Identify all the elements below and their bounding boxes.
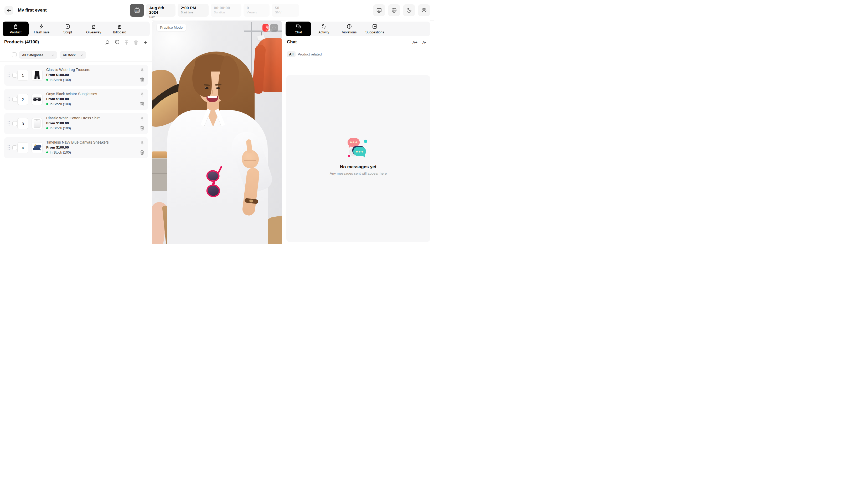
search-button[interactable] — [105, 40, 110, 45]
stat-viewers: 0 Viewers — [244, 4, 270, 17]
product-stock: In Stock (100) — [46, 78, 132, 82]
product-checkbox[interactable] — [12, 121, 17, 126]
pin-product-icon[interactable] — [139, 140, 145, 146]
product-price: From $100.00 — [46, 121, 132, 125]
stat-start-time[interactable]: 2:00 PM Start time — [178, 4, 209, 17]
live-event-badge: LIVE — [130, 4, 144, 17]
alert-circle-icon — [346, 24, 352, 29]
practice-mode-badge: Practice Mode — [157, 24, 186, 31]
script-icon: A — [65, 24, 70, 29]
product-name: Classic Wide-Leg Trousers — [46, 67, 132, 72]
power-icon — [272, 26, 276, 30]
tab-giveaway[interactable]: Giveaway — [81, 22, 107, 36]
divider — [285, 65, 430, 65]
pink-bubble-art — [347, 138, 360, 147]
drag-handle-icon[interactable] — [8, 145, 10, 150]
tab-script[interactable]: A Script — [55, 22, 81, 36]
settings-icon — [421, 7, 427, 13]
delete-product-icon[interactable] — [139, 125, 145, 131]
tab-flash-sale[interactable]: Flash sale — [29, 22, 55, 36]
product-art — [34, 119, 40, 128]
stock-dot — [46, 79, 48, 81]
product-art — [33, 97, 41, 102]
engagement-panel: Chat Activity Violations Suggestions — [285, 21, 430, 244]
divider — [0, 49, 152, 49]
product-filters: All Categories All stock — [0, 51, 152, 59]
product-checkbox[interactable] — [12, 145, 17, 150]
stream-display-icon — [376, 7, 382, 13]
host-face-art — [216, 87, 220, 89]
move-to-top-button[interactable] — [124, 40, 129, 45]
pin-product-icon[interactable] — [139, 92, 145, 98]
page-title: My first event — [18, 0, 47, 21]
undo-button[interactable] — [114, 40, 120, 45]
pin-product-icon[interactable] — [139, 68, 145, 74]
live-event-console: My first event LIVE Aug 8th 2024 Date 2:… — [0, 0, 434, 244]
tab-activity[interactable]: Activity — [311, 22, 337, 36]
cabinet-art — [152, 158, 169, 191]
go-live-button[interactable]: Go LIVE — [262, 24, 269, 32]
stock-dot — [46, 151, 48, 153]
product-row: 3 Classic White Cotton Dress Shirt From … — [4, 113, 148, 134]
undo-icon — [114, 40, 120, 45]
power-button[interactable] — [270, 24, 278, 32]
stream-display-button[interactable] — [373, 4, 385, 16]
product-position: 4 — [17, 142, 28, 153]
chevron-down-icon — [80, 53, 84, 57]
product-position: 1 — [17, 70, 28, 81]
delete-selected-button[interactable] — [133, 40, 139, 45]
tab-product[interactable]: Product — [3, 22, 29, 36]
font-decrease-button[interactable]: A- — [423, 40, 426, 45]
chat-filter-all[interactable]: All — [287, 51, 296, 57]
chat-filter-product-related[interactable]: Product related — [298, 52, 322, 56]
stock-dot — [46, 127, 48, 129]
settings-button[interactable] — [418, 4, 430, 16]
trending-chart-icon — [372, 24, 377, 29]
product-name: Timeless Navy Blue Canvas Sneakers — [46, 140, 132, 144]
product-row: 1 Classic Wide-Leg Trousers From $100.00… — [4, 65, 148, 86]
drag-handle-icon[interactable] — [8, 73, 10, 77]
divider — [136, 115, 136, 132]
stat-duration: 00:00:00 Duration — [211, 4, 242, 17]
delete-product-icon[interactable] — [139, 101, 145, 107]
product-thumbnail — [32, 70, 42, 81]
globe-icon — [391, 7, 397, 13]
product-name: Classic White Cotton Dress Shirt — [46, 116, 132, 120]
host-face-art — [205, 87, 209, 89]
delete-product-icon[interactable] — [139, 149, 145, 155]
delete-product-icon[interactable] — [139, 77, 145, 83]
header-actions — [373, 4, 430, 16]
moon-icon — [406, 7, 412, 13]
back-button[interactable] — [4, 6, 13, 15]
pin-product-icon[interactable] — [139, 116, 145, 122]
drag-handle-icon[interactable] — [8, 97, 10, 101]
empty-state-subtitle: Any messages sent will appear here — [330, 171, 387, 175]
tab-billboard[interactable]: Billboard — [107, 22, 133, 36]
shopping-bag-icon — [13, 24, 19, 29]
product-stock: In Stock (100) — [46, 126, 132, 130]
stock-select[interactable]: All stock — [60, 51, 86, 59]
tab-violations[interactable]: Violations — [337, 22, 362, 36]
language-button[interactable] — [388, 4, 400, 16]
product-checkbox[interactable] — [12, 73, 17, 78]
dark-mode-button[interactable] — [403, 4, 415, 16]
products-title: Products (4/100) — [4, 39, 39, 45]
stat-date[interactable]: Aug 8th 2024 Date — [146, 4, 176, 17]
arrow-left-icon — [6, 8, 12, 13]
font-increase-button[interactable]: A+ — [412, 40, 417, 45]
select-all-checkbox[interactable] — [12, 52, 17, 57]
product-name: Onyx Black Aviator Sunglasses — [46, 92, 132, 96]
chat-bubbles-icon — [296, 24, 301, 29]
svg-text:A: A — [67, 25, 68, 28]
category-select[interactable]: All Categories — [19, 51, 57, 59]
upload-to-top-icon — [124, 40, 129, 45]
drag-handle-icon[interactable] — [8, 121, 10, 125]
product-checkbox[interactable] — [12, 97, 17, 102]
tab-chat[interactable]: Chat — [285, 22, 311, 36]
product-info: Classic White Cotton Dress Shirt From $1… — [46, 116, 132, 130]
add-product-button[interactable] — [143, 40, 148, 45]
product-art — [33, 145, 41, 151]
event-stats: LIVE Aug 8th 2024 Date 2:00 PM Start tim… — [130, 4, 299, 17]
live-preview: Practice Mode Go LIVE — [152, 21, 282, 244]
tab-suggestions[interactable]: Suggestions — [362, 22, 388, 36]
